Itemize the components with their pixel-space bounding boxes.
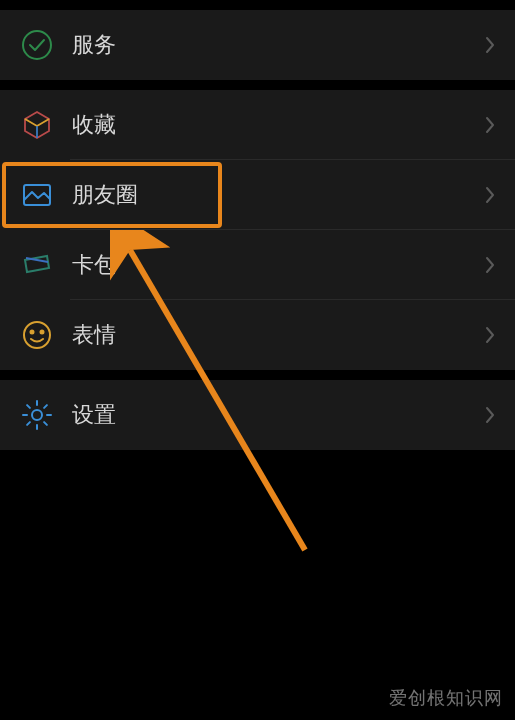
menu-label-settings: 设置 — [72, 400, 485, 430]
cube-icon — [20, 108, 54, 142]
menu-label-cards: 卡包 — [72, 250, 485, 280]
svg-point-3 — [31, 331, 34, 334]
svg-point-4 — [41, 331, 44, 334]
chevron-right-icon — [485, 406, 495, 424]
menu-label-stickers: 表情 — [72, 320, 485, 350]
menu-group-2: 收藏 朋友圈 卡包 — [0, 90, 515, 370]
watermark-text: 爱创根知识网 — [389, 686, 503, 710]
gear-icon — [20, 398, 54, 432]
gallery-icon — [20, 178, 54, 212]
svg-point-5 — [32, 410, 42, 420]
menu-label-services: 服务 — [72, 30, 485, 60]
menu-label-moments: 朋友圈 — [72, 180, 485, 210]
chevron-right-icon — [485, 326, 495, 344]
menu-group-1: 服务 — [0, 10, 515, 80]
chevron-right-icon — [485, 186, 495, 204]
menu-item-moments[interactable]: 朋友圈 — [0, 160, 515, 230]
menu-item-settings[interactable]: 设置 — [0, 380, 515, 450]
chevron-right-icon — [485, 116, 495, 134]
svg-point-0 — [23, 31, 51, 59]
menu-item-cards[interactable]: 卡包 — [0, 230, 515, 300]
chevron-right-icon — [485, 256, 495, 274]
menu-label-favorites: 收藏 — [72, 110, 485, 140]
menu-item-stickers[interactable]: 表情 — [0, 300, 515, 370]
svg-point-2 — [24, 322, 50, 348]
wallet-icon — [20, 248, 54, 282]
menu-group-3: 设置 — [0, 380, 515, 450]
service-check-icon — [20, 28, 54, 62]
smiley-icon — [20, 318, 54, 352]
chevron-right-icon — [485, 36, 495, 54]
menu-item-favorites[interactable]: 收藏 — [0, 90, 515, 160]
menu-item-services[interactable]: 服务 — [0, 10, 515, 80]
